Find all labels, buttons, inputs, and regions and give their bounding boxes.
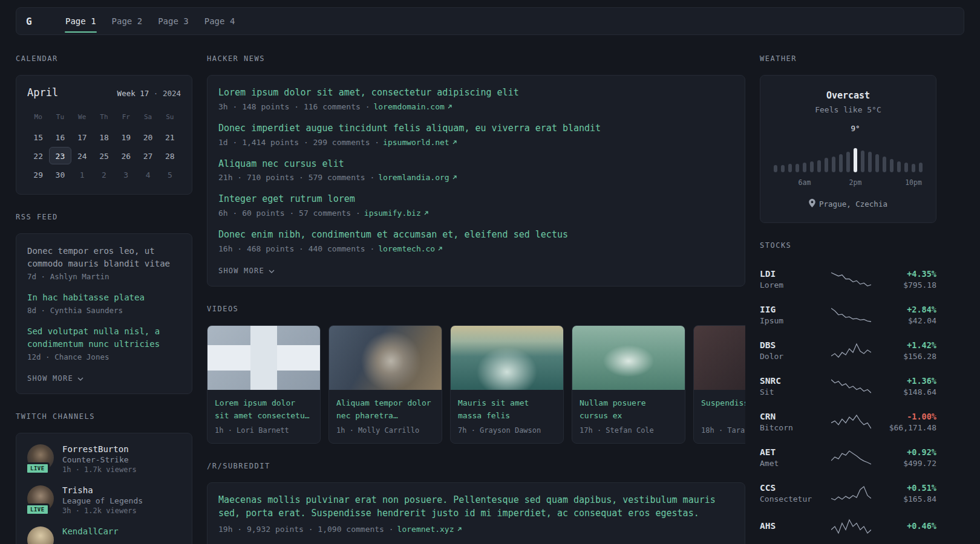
tab-page-1[interactable]: Page 1: [57, 8, 104, 34]
tab-page-3[interactable]: Page 3: [150, 8, 197, 34]
video-card[interactable]: Nullam posuere cursus ex 17h · Stefan Co…: [572, 325, 685, 444]
stock-sparkline: [831, 343, 871, 358]
stock-row[interactable]: DBS Dolor +1.42% $156.28: [760, 333, 936, 369]
channel-name-link[interactable]: Trisha: [62, 485, 143, 495]
stock-row[interactable]: AHS +0.46%: [760, 511, 936, 542]
calendar-day-next-month[interactable]: 2: [93, 166, 115, 183]
calendar-day-next-month[interactable]: 3: [115, 166, 137, 183]
hn-story-meta: 3h · 148 points · 116 comments · loremdo…: [218, 102, 734, 111]
stock-change: +0.92%: [876, 447, 936, 457]
videos-section: VIDEOS Lorem ipsum dolor sit amet consec…: [207, 305, 745, 444]
separator-dot: ·: [154, 89, 158, 98]
video-title-link[interactable]: Mauris sit amet massa felis: [458, 397, 556, 423]
stock-price: $66,171.48: [876, 423, 936, 432]
weather-bar: [897, 161, 901, 172]
hn-meta-text: 1d · 1,414 points · 299 comments ·: [218, 138, 379, 147]
video-card[interactable]: Mauris sit amet massa felis 7h · Grayson…: [450, 325, 564, 444]
video-thumbnail[interactable]: [694, 326, 745, 390]
stock-row[interactable]: AET Amet +0.92% $499.72: [760, 440, 936, 476]
hn-domain-link[interactable]: loremdomain.com: [373, 102, 452, 111]
rss-item-link[interactable]: In hac habitasse platea: [27, 291, 181, 304]
top-bar: G Page 1 Page 2 Page 3 Page 4: [16, 7, 964, 35]
calendar-day[interactable]: 28: [159, 147, 181, 164]
calendar-day[interactable]: 25: [93, 147, 115, 164]
day-header: Tu: [49, 109, 71, 127]
hn-story-link[interactable]: Donec imperdiet augue tincidunt felis al…: [218, 122, 734, 135]
hn-meta-text: 3h · 148 points · 116 comments ·: [218, 102, 370, 111]
video-title-link[interactable]: Suspendisse diam: [701, 397, 745, 423]
channel-name-link[interactable]: ForrestBurton: [62, 444, 137, 454]
calendar-day[interactable]: 24: [71, 147, 93, 164]
video-thumbnail[interactable]: [207, 326, 320, 390]
chevron-down-icon: [269, 267, 275, 275]
calendar-day-next-month[interactable]: 4: [137, 166, 158, 183]
stock-row[interactable]: CRN Bitcorn -1.00% $66,171.48: [760, 404, 936, 440]
rss-card: Donec tempor eros leo, ut commodo mauris…: [16, 233, 192, 394]
twitch-channel-row[interactable]: LIVE Trisha League of Legends 3h · 1.2k …: [27, 485, 181, 515]
video-title-link[interactable]: Nullam posuere cursus ex: [580, 397, 678, 423]
calendar-day[interactable]: 17: [71, 128, 93, 146]
video-thumbnail[interactable]: [572, 326, 685, 390]
video-card[interactable]: Aliquam tempor dolor nec pharetra… 1h · …: [328, 325, 442, 444]
calendar-day-next-month[interactable]: 5: [159, 166, 181, 183]
reddit-domain-link[interactable]: loremnet.xyz: [397, 525, 462, 534]
channel-name-link[interactable]: KendallCarr: [62, 526, 119, 536]
live-badge: LIVE: [25, 462, 50, 474]
calendar-day[interactable]: 27: [137, 147, 158, 164]
day-header: We: [71, 109, 93, 127]
tab-page-4[interactable]: Page 4: [197, 8, 243, 34]
hn-domain-link[interactable]: ipsumworld.net: [383, 138, 457, 147]
tab-page-2[interactable]: Page 2: [104, 8, 151, 34]
hn-domain-link[interactable]: ipsumify.biz: [364, 209, 429, 218]
calendar-day[interactable]: 22: [27, 147, 49, 164]
hn-domain-link[interactable]: loremlandia.org: [378, 173, 457, 182]
twitch-channel-row[interactable]: KendallCarr: [27, 526, 181, 544]
rss-show-more-button[interactable]: SHOW MORE: [27, 374, 83, 383]
calendar-day[interactable]: 26: [115, 147, 137, 164]
stock-row[interactable]: IIG Ipsum +2.84% $42.04: [760, 297, 936, 333]
calendar-day[interactable]: 15: [27, 128, 49, 146]
week-number: Week 17: [117, 89, 149, 98]
weather-bar: [904, 163, 908, 172]
video-title-link[interactable]: Aliquam tempor dolor nec pharetra…: [336, 397, 434, 423]
hn-story-link[interactable]: Integer eget rutrum lorem: [218, 193, 734, 206]
hn-meta-text: 6h · 60 points · 57 comments ·: [218, 209, 361, 218]
reddit-post-link[interactable]: Maecenas mollis pulvinar erat non posuer…: [218, 494, 734, 520]
videos-row: Lorem ipsum dolor sit amet consectetu… 1…: [207, 325, 745, 444]
video-card[interactable]: Suspendisse diam 18h · Tara: [693, 325, 745, 444]
hn-story-link[interactable]: Lorem ipsum dolor sit amet, consectetur …: [218, 86, 734, 100]
stock-row[interactable]: LDI Lorem +4.35% $795.18: [760, 262, 936, 297]
calendar-day[interactable]: 16: [49, 128, 71, 146]
calendar-day[interactable]: 19: [115, 128, 137, 146]
calendar-grid: Mo Tu We Th Fr Sa Su 15 16 17 18 19 20 2…: [27, 109, 181, 183]
app-logo[interactable]: G: [26, 16, 43, 27]
video-card-body: Lorem ipsum dolor sit amet consectetu… 1…: [207, 390, 320, 443]
channel-game: Counter-Strike: [62, 455, 137, 464]
hn-story-link[interactable]: Aliquam nec cursus elit: [218, 158, 734, 171]
calendar-day[interactable]: 18: [93, 128, 115, 146]
hn-show-more-button[interactable]: SHOW MORE: [218, 267, 275, 275]
calendar-day[interactable]: 20: [137, 128, 158, 146]
rss-item-link[interactable]: Donec tempor eros leo, ut commodo mauris…: [27, 245, 181, 270]
calendar-day[interactable]: 29: [27, 166, 49, 183]
rss-item: Donec tempor eros leo, ut commodo mauris…: [27, 245, 181, 281]
video-meta: 18h · Tara: [701, 426, 745, 435]
stock-ticker: AET: [760, 447, 826, 457]
calendar-day[interactable]: 30: [49, 166, 71, 183]
stock-change: +2.84%: [876, 305, 936, 314]
video-thumbnail[interactable]: [329, 326, 442, 390]
hn-domain-link[interactable]: loremtech.co: [378, 244, 443, 253]
calendar-day[interactable]: 21: [159, 128, 181, 146]
rss-item-link[interactable]: Sed volutpat nulla nisl, a condimentum n…: [27, 325, 181, 351]
calendar-day-next-month[interactable]: 1: [71, 166, 93, 183]
video-card[interactable]: Lorem ipsum dolor sit amet consectetu… 1…: [207, 325, 321, 444]
twitch-channel-row[interactable]: LIVE ForrestBurton Counter-Strike 1h · 1…: [27, 444, 181, 474]
hn-story-link[interactable]: Donec enim nibh, condimentum et accumsan…: [218, 228, 734, 242]
video-thumbnail[interactable]: [451, 326, 563, 390]
stock-row[interactable]: SNRC Sit +1.36% $148.64: [760, 369, 936, 404]
video-title-link[interactable]: Lorem ipsum dolor sit amet consectetu…: [215, 397, 313, 423]
stock-change: +0.51%: [876, 483, 936, 493]
avatar: LIVE: [27, 485, 54, 512]
calendar-day-selected[interactable]: 23: [49, 147, 71, 164]
stock-row[interactable]: CCS Consectetur +0.51% $165.84: [760, 476, 936, 511]
